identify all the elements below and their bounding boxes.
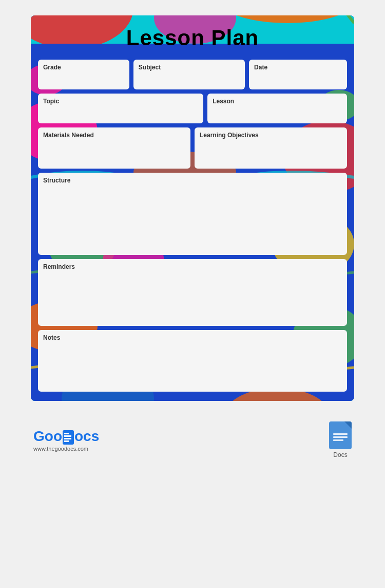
page-wrapper: Lesson Plan Grade Subject Date [0,0,385,474]
lesson-card: Lesson Plan Grade Subject Date [31,15,354,401]
footer-url: www.thegoodocs.com [33,446,99,452]
learning-field[interactable]: Learning Objectives [195,127,347,169]
footer-logo: Goo ocs [33,428,99,445]
lesson-field[interactable]: Lesson [207,94,347,123]
structure-field[interactable]: Structure [38,173,347,255]
row-grade-subject-date: Grade Subject Date [38,60,347,89]
notes-field[interactable]: Notes [38,330,347,392]
docs-line-1 [333,433,348,435]
materials-field[interactable]: Materials Needed [38,127,190,169]
subject-field[interactable]: Subject [133,60,245,89]
card-header: Lesson Plan [35,20,350,58]
row-notes: Notes [38,330,347,392]
svg-rect-24 [64,433,69,434]
docs-label: Docs [333,451,347,458]
row-reminders: Reminders [38,259,347,326]
grade-label: Grade [43,64,124,71]
topic-field[interactable]: Topic [38,94,203,123]
notes-value[interactable] [43,344,342,355]
svg-rect-26 [64,438,71,439]
row-topic-lesson: Topic Lesson [38,94,347,123]
logo-d [62,428,74,445]
learning-value[interactable] [200,142,342,152]
svg-rect-25 [64,435,71,437]
date-field[interactable]: Date [249,60,347,89]
grade-value[interactable] [43,74,124,84]
topic-value[interactable] [43,108,198,118]
materials-label: Materials Needed [43,132,185,139]
lesson-plan-title: Lesson Plan [126,26,259,50]
docs-line-2 [333,436,348,438]
row-structure: Structure [38,173,347,255]
card-content: Grade Subject Date Topic [35,58,350,397]
date-label: Date [254,64,342,71]
notes-label: Notes [43,334,342,341]
lesson-value[interactable] [213,108,342,118]
reminders-value[interactable] [43,273,342,284]
logo-d-icon [63,430,74,445]
svg-rect-23 [63,430,74,445]
docs-icon [329,421,352,449]
footer-docs-section: Docs [329,421,352,458]
date-value[interactable] [254,74,342,84]
footer-logo-section: Goo ocs www.thegoodocs.com [33,428,99,452]
topic-label: Topic [43,98,198,105]
reminders-field[interactable]: Reminders [38,259,347,326]
docs-icon-lines [330,427,351,444]
subject-label: Subject [139,64,240,71]
footer: Goo ocs www.thegoodocs.com [31,416,354,464]
logo-goo: Goo [33,428,62,444]
svg-rect-27 [64,440,69,442]
materials-value[interactable] [43,142,185,152]
docs-line-3 [333,439,343,441]
subject-value[interactable] [139,74,240,84]
lesson-label: Lesson [213,98,342,105]
structure-value[interactable] [43,187,342,197]
row-materials-learning: Materials Needed Learning Objectives [38,127,347,169]
learning-label: Learning Objectives [200,132,342,139]
logo-ocs: ocs [74,428,99,444]
structure-label: Structure [43,177,342,184]
reminders-label: Reminders [43,263,342,270]
grade-field[interactable]: Grade [38,60,129,89]
